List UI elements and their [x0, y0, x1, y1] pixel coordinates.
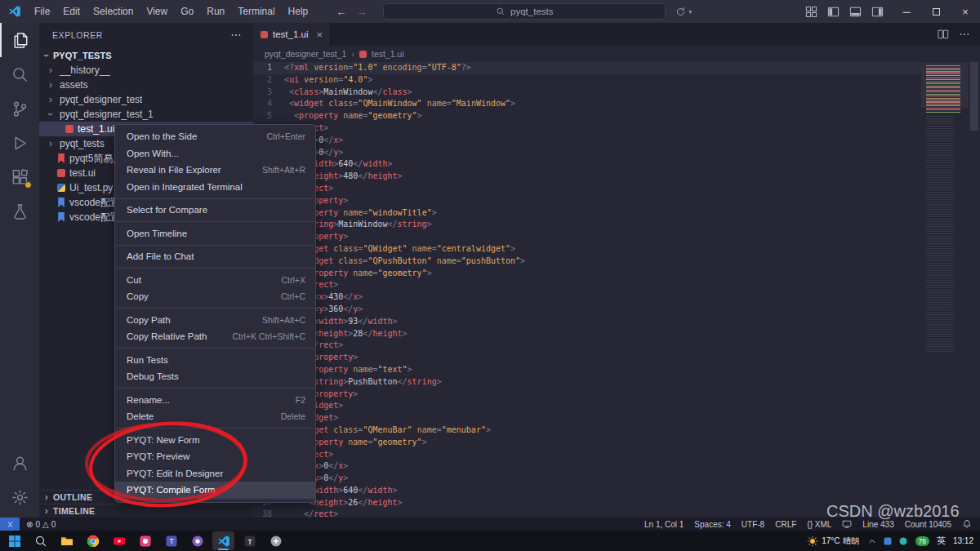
menu-item-pyqt-compile-form[interactable]: PYQT: Compile Form	[115, 482, 315, 499]
menu-item-cut[interactable]: CutCtrl+X	[115, 272, 315, 289]
menu-edit[interactable]: Edit	[56, 3, 87, 20]
menu-selection[interactable]: Selection	[87, 3, 140, 20]
tray-blue-icon[interactable]	[883, 536, 893, 546]
activity-settings[interactable]	[0, 480, 39, 514]
weather-widget[interactable]: 17°C 晴朗	[807, 535, 859, 547]
chevron-up-icon[interactable]	[867, 536, 877, 546]
taskbar-gray-app[interactable]	[265, 531, 287, 550]
menu-help[interactable]: Help	[282, 3, 315, 20]
code-line[interactable]: 25 </property>	[253, 352, 921, 364]
code-line[interactable]: 38 </rect>	[253, 509, 921, 518]
code-line[interactable]: 14 <string>MainWindow</string>	[253, 219, 921, 231]
code-line[interactable]: 20 <x>430</x>	[253, 291, 921, 304]
code-line[interactable]: 32 <property name="geometry">	[253, 437, 921, 449]
code-line[interactable]: 9 <width>640</width>	[253, 158, 921, 171]
menu-item-pyqt-preview[interactable]: PYQT: Preview	[115, 448, 315, 465]
activity-testing[interactable]	[0, 194, 39, 229]
code-line[interactable]: 15 </property>	[253, 231, 921, 243]
menu-file[interactable]: File	[28, 3, 56, 20]
code-line[interactable]: 16 <widget class="QWidget" name="central…	[253, 243, 921, 256]
taskbar-file-explorer[interactable]	[56, 531, 78, 550]
activity-explorer[interactable]	[0, 23, 39, 57]
activity-source-control[interactable]	[0, 91, 39, 126]
tray-badge[interactable]: 76	[915, 536, 929, 546]
back-icon[interactable]: ←	[336, 6, 346, 18]
ellipsis-icon[interactable]	[230, 29, 242, 41]
menu-item-pyqt-new-form[interactable]: PYQT: New Form	[115, 432, 315, 449]
menu-item-open-timeline[interactable]: Open Timeline	[115, 225, 315, 242]
minimap[interactable]	[921, 62, 969, 518]
menu-item-copy-relative-path[interactable]: Copy Relative PathCtrl+K Ctrl+Shift+C	[115, 328, 315, 345]
menu-item-select-for-compare[interactable]: Select for Compare	[115, 202, 315, 219]
layout-grid-icon[interactable]	[805, 6, 817, 18]
code-line[interactable]: 21 <y>360</y>	[253, 304, 921, 316]
tray-teal-icon[interactable]	[898, 536, 908, 546]
status-ln-1-col-1[interactable]: Ln 1, Col 1	[644, 520, 684, 529]
code-line[interactable]: 6 <rect>	[253, 122, 921, 135]
taskbar-teams[interactable]: T	[160, 531, 182, 550]
code-line[interactable]: 22 <width>93</width>	[253, 316, 921, 328]
taskbar-t-app[interactable]: T	[238, 531, 261, 550]
sync-button[interactable]: ▾	[675, 7, 692, 17]
ellipsis-icon[interactable]	[959, 29, 970, 40]
menu-item-copy-path[interactable]: Copy PathShift+Alt+C	[115, 312, 315, 329]
code-line[interactable]: 3 <class>MainWindow</class>	[253, 87, 921, 99]
tree-item-pyqt-designer-test[interactable]: ›pyqt_designer_test	[39, 92, 253, 107]
input-method-indicator[interactable]: 英	[937, 535, 946, 547]
code-line[interactable]: 2<ui version="4.0">	[253, 74, 921, 87]
code-line[interactable]: 29 </widget>	[253, 400, 921, 412]
tree-item-pyqt-designer-test-1[interactable]: ›pyqt_designer_test_1	[39, 107, 253, 122]
timeline-section[interactable]: › TIMELINE	[39, 504, 253, 518]
code-area[interactable]: 1<?xml version="1.0" encoding="UTF-8"?>2…	[253, 62, 921, 518]
code-line[interactable]: 37 <height>26</height>	[253, 497, 921, 509]
menu-item-debug-tests[interactable]: Debug Tests	[115, 368, 315, 385]
taskbar-purple-app[interactable]	[186, 531, 208, 550]
code-line[interactable]: 4 <widget class="QMainWindow" name="Main…	[253, 98, 921, 110]
activity-accounts[interactable]	[0, 446, 39, 480]
taskbar-youtube[interactable]	[108, 531, 130, 550]
taskbar-search[interactable]	[29, 531, 51, 550]
menu-item-run-tests[interactable]: Run Tests	[115, 352, 315, 369]
status-count-10405[interactable]: Count 10405	[905, 520, 951, 529]
menu-item-delete[interactable]: DeleteDelete	[115, 408, 315, 425]
code-line[interactable]: 26 <property name="text">	[253, 364, 921, 376]
code-line[interactable]: 34 <x>0</x>	[253, 460, 921, 473]
code-line[interactable]: 35 <y>0</y>	[253, 473, 921, 485]
breadcrumb-item[interactable]: pyqt_designer_test_1	[265, 49, 346, 59]
code-line[interactable]: 8 <y>0</y>	[253, 147, 921, 159]
tree-item-history[interactable]: ›__history__	[39, 63, 253, 78]
activity-extensions[interactable]	[0, 160, 39, 194]
close-icon[interactable]: ×	[316, 29, 323, 41]
split-editor-icon[interactable]	[938, 29, 949, 40]
menu-view[interactable]: View	[140, 3, 174, 20]
panel-right-icon[interactable]	[871, 6, 884, 18]
status-crlf[interactable]: CRLF	[775, 520, 796, 529]
code-line[interactable]: 13 <property name="windowTitle">	[253, 207, 921, 220]
scrollbar-thumb[interactable]	[970, 62, 978, 131]
status-utf-8[interactable]: UTF-8	[742, 520, 764, 529]
activity-run-and-debug[interactable]	[0, 126, 39, 160]
minimap-slider[interactable]	[921, 62, 969, 108]
taskbar-pink-app[interactable]	[134, 531, 156, 550]
code-line[interactable]: 36 <width>640</width>	[253, 485, 921, 497]
remote-indicator[interactable]	[0, 518, 20, 531]
menu-item-open-in-integrated-terminal[interactable]: Open in Integrated Terminal	[115, 179, 315, 196]
problems-indicator[interactable]: ⊗0 △0	[20, 520, 62, 529]
menu-item-open-with[interactable]: Open With...	[115, 145, 315, 162]
code-line[interactable]: 23 <height>28</height>	[253, 328, 921, 340]
maximize-button[interactable]	[921, 0, 951, 23]
menu-item-rename[interactable]: Rename...F2	[115, 392, 315, 409]
close-button[interactable]: ×	[951, 0, 980, 23]
code-line[interactable]: 7 <x>0</x>	[253, 135, 921, 147]
menu-item-copy[interactable]: CopyCtrl+C	[115, 288, 315, 305]
command-search[interactable]: pyqt_tests	[383, 3, 666, 20]
code-line[interactable]: 19 <rect>	[253, 279, 921, 291]
panel-left-icon[interactable]	[827, 6, 840, 18]
panel-bottom-icon[interactable]	[849, 6, 862, 18]
taskbar-chrome[interactable]	[82, 531, 104, 550]
code-line[interactable]: 30 </widget>	[253, 412, 921, 424]
menu-run[interactable]: Run	[200, 3, 231, 20]
activity-search[interactable]	[0, 57, 39, 91]
tree-item-assets[interactable]: ›assets	[39, 78, 253, 92]
menu-go[interactable]: Go	[174, 3, 200, 20]
